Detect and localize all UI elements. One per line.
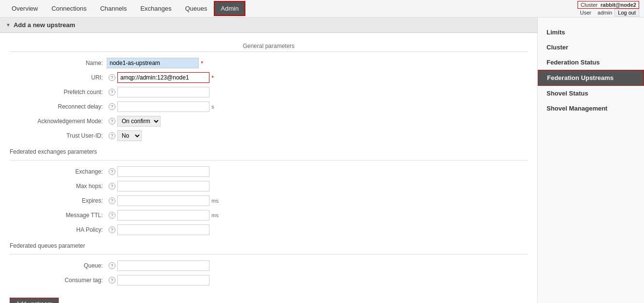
max-hops-label: Max hops: [10, 183, 107, 190]
uri-required-star: * [211, 74, 214, 81]
nav-links: Overview Connections Channels Exchanges … [5, 1, 578, 16]
sidebar-item-federation-upstreams[interactable]: Federation Upstreams [538, 70, 644, 86]
trust-help-icon[interactable]: ? [109, 132, 115, 139]
nav-item-overview[interactable]: Overview [5, 1, 45, 16]
queue-help-icon[interactable]: ? [109, 262, 115, 269]
nav-item-connections[interactable]: Connections [45, 1, 93, 16]
cluster-value: rabbit@node2 [600, 2, 636, 8]
exchange-label: Exchange: [10, 168, 107, 175]
exchange-input[interactable] [117, 166, 209, 177]
reconnect-delay-label: Reconnect delay: [10, 103, 107, 110]
message-ttl-label: Message TTL: [10, 212, 107, 219]
prefetch-help-icon[interactable]: ? [109, 89, 115, 96]
federated-queues-title: Federated queues parameter [10, 242, 528, 249]
queues-divider [10, 254, 528, 255]
expires-unit: ms [211, 198, 219, 204]
exchanges-divider [10, 160, 528, 160]
ack-mode-row: Acknowledgement Mode: ? On confirm On pu… [10, 116, 528, 127]
add-upstream-button[interactable]: Add upstream [10, 298, 59, 303]
cluster-info: Cluster rabbit@node2 [578, 1, 639, 9]
user-value: admin [597, 10, 612, 16]
federated-exchanges-title: Federated exchanges parameters [10, 148, 528, 155]
sidebar-item-cluster[interactable]: Cluster [538, 40, 644, 55]
reconnect-delay-row: Reconnect delay: ? s [10, 101, 528, 112]
max-hops-help-icon[interactable]: ? [109, 183, 115, 190]
sidebar-item-limits[interactable]: Limits [538, 25, 644, 40]
reconnect-delay-input[interactable] [117, 101, 209, 112]
trust-user-id-select[interactable]: No Yes [117, 130, 142, 141]
cluster-label: Cluster [580, 2, 597, 8]
top-navigation: Overview Connections Channels Exchanges … [0, 0, 644, 17]
form-area: General parameters Name: * URI: ? * Pref… [0, 33, 537, 303]
nav-item-channels[interactable]: Channels [93, 1, 133, 16]
queue-row: Queue: ? [10, 260, 528, 271]
nav-item-exchanges[interactable]: Exchanges [133, 1, 178, 16]
expires-help-icon[interactable]: ? [109, 197, 115, 204]
prefetch-count-input[interactable] [117, 87, 209, 97]
prefetch-count-row: Prefetch count: ? [10, 87, 528, 97]
uri-label: URI: [10, 74, 107, 81]
nav-right: Cluster rabbit@node2 User admin Log out [578, 1, 639, 16]
reconnect-help-icon[interactable]: ? [109, 103, 115, 110]
consumer-tag-input[interactable] [117, 275, 209, 286]
ack-mode-select[interactable]: On confirm On publish No ack [117, 116, 161, 127]
message-ttl-row: Message TTL: ? ms [10, 210, 528, 221]
uri-input[interactable] [117, 72, 209, 83]
nav-item-queues[interactable]: Queues [178, 1, 214, 16]
ha-policy-label: HA Policy: [10, 226, 107, 233]
ha-policy-row: HA Policy: ? [10, 224, 528, 235]
name-row: Name: * [10, 58, 528, 68]
right-sidebar: Limits Cluster Federation Status Federat… [537, 17, 644, 303]
button-area: Add upstream [10, 293, 528, 303]
main-layout: ▼ Add a new upstream General parameters … [0, 17, 644, 303]
message-ttl-input[interactable] [117, 210, 209, 221]
nav-item-admin[interactable]: Admin [214, 1, 245, 16]
message-ttl-unit: ms [211, 212, 219, 218]
max-hops-row: Max hops: ? [10, 181, 528, 191]
consumer-tag-row: Consumer tag: ? [10, 275, 528, 286]
prefetch-count-label: Prefetch count: [10, 89, 107, 96]
exchange-row: Exchange: ? [10, 166, 528, 177]
name-required-star: * [201, 60, 203, 67]
sidebar-item-federation-status[interactable]: Federation Status [538, 55, 644, 70]
uri-help-icon[interactable]: ? [109, 74, 115, 81]
ha-policy-help-icon[interactable]: ? [109, 226, 115, 233]
consumer-tag-label: Consumer tag: [10, 277, 107, 284]
max-hops-input[interactable] [117, 181, 209, 191]
exchange-help-icon[interactable]: ? [109, 168, 115, 175]
sidebar-item-shovel-management[interactable]: Shovel Management [538, 101, 644, 116]
logout-button[interactable]: Log out [614, 9, 639, 16]
sidebar-item-shovel-status[interactable]: Shovel Status [538, 86, 644, 101]
name-label: Name: [10, 60, 107, 66]
queue-label: Queue: [10, 262, 107, 269]
expires-input[interactable] [117, 195, 209, 206]
ack-help-icon[interactable]: ? [109, 118, 115, 125]
name-input[interactable] [107, 58, 199, 68]
trust-user-id-label: Trust User-ID: [10, 132, 107, 139]
section-header: ▼ Add a new upstream [0, 17, 537, 33]
ha-policy-input[interactable] [117, 224, 209, 235]
user-label: User [580, 10, 591, 16]
reconnect-unit: s [211, 104, 214, 110]
content-area: ▼ Add a new upstream General parameters … [0, 17, 537, 303]
consumer-tag-help-icon[interactable]: ? [109, 277, 115, 284]
uri-row: URI: ? * [10, 72, 528, 83]
general-params-title: General parameters [10, 43, 528, 52]
triangle-icon: ▼ [6, 22, 11, 28]
section-header-title: Add a new upstream [14, 21, 75, 29]
ack-mode-label: Acknowledgement Mode: [10, 118, 107, 125]
expires-row: Expires: ? ms [10, 195, 528, 206]
user-info: User admin Log out [580, 9, 639, 16]
trust-user-id-row: Trust User-ID: ? No Yes [10, 130, 528, 141]
expires-label: Expires: [10, 197, 107, 204]
message-ttl-help-icon[interactable]: ? [109, 212, 115, 219]
queue-input[interactable] [117, 260, 209, 271]
